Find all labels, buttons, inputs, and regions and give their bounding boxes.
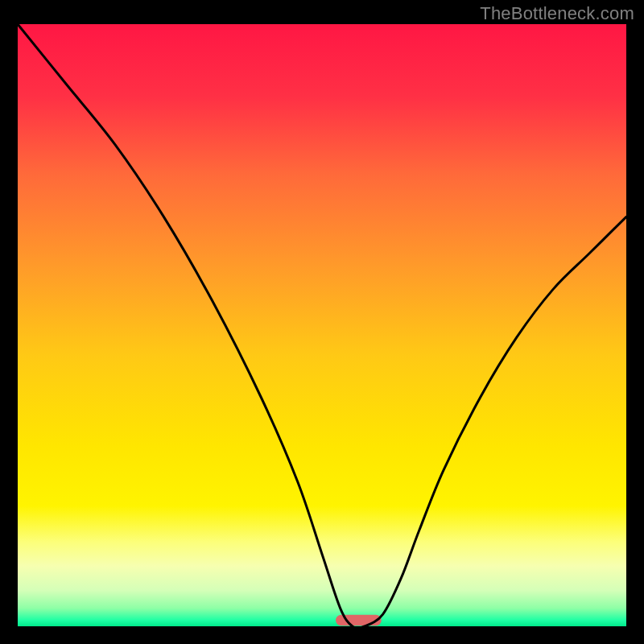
bottleneck-marker (336, 615, 382, 625)
plot-area (18, 24, 626, 626)
chart-background (18, 24, 626, 626)
watermark-label: TheBottleneck.com (480, 3, 634, 24)
chart-frame: TheBottleneck.com (0, 0, 644, 644)
chart-svg (18, 24, 626, 626)
